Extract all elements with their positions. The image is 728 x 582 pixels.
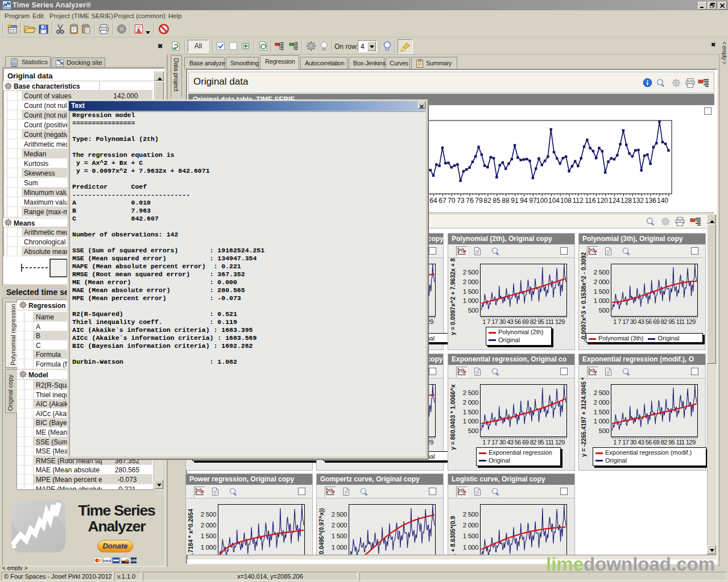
svg-text:BANK: BANK [130,559,137,562]
svg-text:VISA: VISA [103,559,111,563]
